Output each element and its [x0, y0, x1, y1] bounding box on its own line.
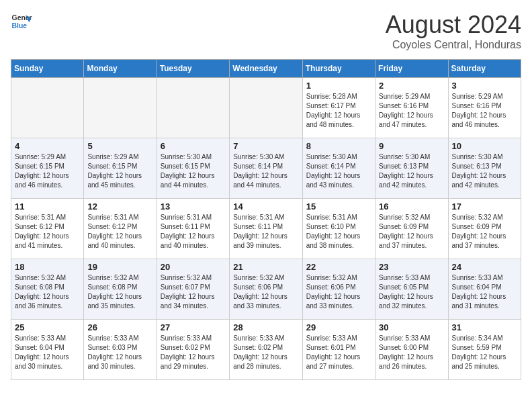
day-cell: 12Sunrise: 5:31 AM Sunset: 6:12 PM Dayli…: [84, 199, 157, 259]
month-title: August 2024: [386, 11, 521, 39]
week-row-4: 18Sunrise: 5:32 AM Sunset: 6:08 PM Dayli…: [11, 259, 521, 320]
day-number: 15: [306, 201, 371, 212]
day-info: Sunrise: 5:33 AM Sunset: 6:02 PM Dayligh…: [233, 334, 298, 371]
day-cell: 15Sunrise: 5:31 AM Sunset: 6:10 PM Dayli…: [302, 199, 375, 259]
day-info: Sunrise: 5:30 AM Sunset: 6:14 PM Dayligh…: [306, 152, 371, 190]
day-info: Sunrise: 5:33 AM Sunset: 6:03 PM Dayligh…: [87, 334, 152, 371]
day-cell: 30Sunrise: 5:33 AM Sunset: 6:00 PM Dayli…: [375, 320, 448, 380]
day-info: Sunrise: 5:29 AM Sunset: 6:15 PM Dayligh…: [15, 152, 80, 190]
day-number: 7: [233, 141, 298, 151]
week-row-5: 25Sunrise: 5:33 AM Sunset: 6:04 PM Dayli…: [11, 320, 521, 380]
day-info: Sunrise: 5:32 AM Sunset: 6:06 PM Dayligh…: [233, 273, 298, 311]
day-cell: 14Sunrise: 5:31 AM Sunset: 6:11 PM Dayli…: [230, 199, 302, 259]
week-row-2: 4Sunrise: 5:29 AM Sunset: 6:15 PM Daylig…: [11, 138, 521, 199]
day-number: 31: [452, 322, 517, 332]
day-cell: 13Sunrise: 5:31 AM Sunset: 6:11 PM Dayli…: [157, 199, 229, 259]
day-cell: 21Sunrise: 5:32 AM Sunset: 6:06 PM Dayli…: [230, 259, 302, 320]
calendar-table: SundayMondayTuesdayWednesdayThursdayFrid…: [11, 59, 521, 380]
location-title: Coyoles Central, Honduras: [386, 39, 521, 51]
day-number: 3: [452, 81, 517, 91]
header: General Blue August 2024 Coyoles Central…: [11, 11, 521, 51]
day-cell: 24Sunrise: 5:33 AM Sunset: 6:04 PM Dayli…: [448, 259, 521, 320]
day-info: Sunrise: 5:31 AM Sunset: 6:10 PM Dayligh…: [306, 213, 371, 250]
title-area: August 2024 Coyoles Central, Honduras: [386, 11, 521, 51]
day-cell: 2Sunrise: 5:29 AM Sunset: 6:16 PM Daylig…: [375, 78, 448, 138]
day-info: Sunrise: 5:30 AM Sunset: 6:13 PM Dayligh…: [452, 152, 517, 190]
day-cell: 8Sunrise: 5:30 AM Sunset: 6:14 PM Daylig…: [302, 138, 375, 199]
day-number: 6: [161, 141, 226, 151]
day-info: Sunrise: 5:32 AM Sunset: 6:08 PM Dayligh…: [87, 273, 152, 311]
day-cell: 18Sunrise: 5:32 AM Sunset: 6:08 PM Dayli…: [11, 259, 84, 320]
day-number: 23: [379, 262, 444, 272]
day-cell: 16Sunrise: 5:32 AM Sunset: 6:09 PM Dayli…: [375, 199, 448, 259]
calendar-body: 1Sunrise: 5:28 AM Sunset: 6:17 PM Daylig…: [11, 78, 521, 380]
day-number: 12: [87, 201, 152, 212]
day-info: Sunrise: 5:29 AM Sunset: 6:16 PM Dayligh…: [452, 92, 517, 130]
day-number: 19: [87, 262, 152, 272]
day-number: 24: [452, 262, 517, 272]
col-header-saturday: Saturday: [448, 60, 521, 78]
day-cell: [11, 78, 84, 138]
day-number: 8: [306, 141, 371, 151]
col-header-wednesday: Wednesday: [230, 60, 302, 78]
day-number: 16: [379, 201, 444, 212]
day-cell: [230, 78, 302, 138]
day-number: 21: [233, 262, 298, 272]
logo: General Blue: [11, 11, 32, 32]
day-cell: 10Sunrise: 5:30 AM Sunset: 6:13 PM Dayli…: [448, 138, 521, 199]
col-header-thursday: Thursday: [302, 60, 375, 78]
day-cell: 11Sunrise: 5:31 AM Sunset: 6:12 PM Dayli…: [11, 199, 84, 259]
logo-icon: General Blue: [11, 11, 32, 32]
day-number: 11: [15, 201, 80, 212]
col-header-friday: Friday: [375, 60, 448, 78]
day-number: 2: [379, 81, 444, 91]
day-cell: 1Sunrise: 5:28 AM Sunset: 6:17 PM Daylig…: [302, 78, 375, 138]
day-number: 5: [87, 141, 152, 151]
day-cell: 3Sunrise: 5:29 AM Sunset: 6:16 PM Daylig…: [448, 78, 521, 138]
day-number: 14: [233, 201, 298, 212]
day-cell: 31Sunrise: 5:34 AM Sunset: 5:59 PM Dayli…: [448, 320, 521, 380]
day-info: Sunrise: 5:33 AM Sunset: 6:01 PM Dayligh…: [306, 334, 371, 371]
day-cell: [84, 78, 157, 138]
day-cell: 17Sunrise: 5:32 AM Sunset: 6:09 PM Dayli…: [448, 199, 521, 259]
day-number: 29: [306, 322, 371, 332]
day-info: Sunrise: 5:32 AM Sunset: 6:09 PM Dayligh…: [379, 213, 444, 250]
day-number: 22: [306, 262, 371, 272]
day-number: 4: [15, 141, 80, 151]
day-cell: 27Sunrise: 5:33 AM Sunset: 6:02 PM Dayli…: [157, 320, 229, 380]
day-number: 13: [161, 201, 226, 212]
day-info: Sunrise: 5:32 AM Sunset: 6:06 PM Dayligh…: [306, 273, 371, 311]
svg-text:Blue: Blue: [12, 22, 28, 30]
day-number: 30: [379, 322, 444, 332]
day-cell: 26Sunrise: 5:33 AM Sunset: 6:03 PM Dayli…: [84, 320, 157, 380]
day-number: 17: [452, 201, 517, 212]
col-header-sunday: Sunday: [11, 60, 84, 78]
day-info: Sunrise: 5:30 AM Sunset: 6:14 PM Dayligh…: [233, 152, 298, 190]
day-info: Sunrise: 5:31 AM Sunset: 6:11 PM Dayligh…: [161, 213, 226, 250]
day-info: Sunrise: 5:32 AM Sunset: 6:09 PM Dayligh…: [452, 213, 517, 250]
day-info: Sunrise: 5:30 AM Sunset: 6:13 PM Dayligh…: [379, 152, 444, 190]
day-info: Sunrise: 5:31 AM Sunset: 6:11 PM Dayligh…: [233, 213, 298, 250]
day-number: 28: [233, 322, 298, 332]
day-cell: [157, 78, 229, 138]
day-cell: 23Sunrise: 5:33 AM Sunset: 6:05 PM Dayli…: [375, 259, 448, 320]
day-number: 25: [15, 322, 80, 332]
day-number: 9: [379, 141, 444, 151]
day-number: 10: [452, 141, 517, 151]
day-info: Sunrise: 5:33 AM Sunset: 6:00 PM Dayligh…: [379, 334, 444, 371]
day-info: Sunrise: 5:32 AM Sunset: 6:08 PM Dayligh…: [15, 273, 80, 311]
col-header-tuesday: Tuesday: [157, 60, 229, 78]
day-info: Sunrise: 5:34 AM Sunset: 5:59 PM Dayligh…: [452, 334, 517, 371]
day-info: Sunrise: 5:29 AM Sunset: 6:15 PM Dayligh…: [87, 152, 152, 190]
col-header-monday: Monday: [84, 60, 157, 78]
day-cell: 20Sunrise: 5:32 AM Sunset: 6:07 PM Dayli…: [157, 259, 229, 320]
day-number: 27: [161, 322, 226, 332]
day-info: Sunrise: 5:33 AM Sunset: 6:02 PM Dayligh…: [161, 334, 226, 371]
day-info: Sunrise: 5:33 AM Sunset: 6:05 PM Dayligh…: [379, 273, 444, 311]
day-cell: 7Sunrise: 5:30 AM Sunset: 6:14 PM Daylig…: [230, 138, 302, 199]
day-info: Sunrise: 5:28 AM Sunset: 6:17 PM Dayligh…: [306, 92, 371, 130]
day-cell: 29Sunrise: 5:33 AM Sunset: 6:01 PM Dayli…: [302, 320, 375, 380]
day-info: Sunrise: 5:33 AM Sunset: 6:04 PM Dayligh…: [452, 273, 517, 311]
day-cell: 25Sunrise: 5:33 AM Sunset: 6:04 PM Dayli…: [11, 320, 84, 380]
week-row-1: 1Sunrise: 5:28 AM Sunset: 6:17 PM Daylig…: [11, 78, 521, 138]
